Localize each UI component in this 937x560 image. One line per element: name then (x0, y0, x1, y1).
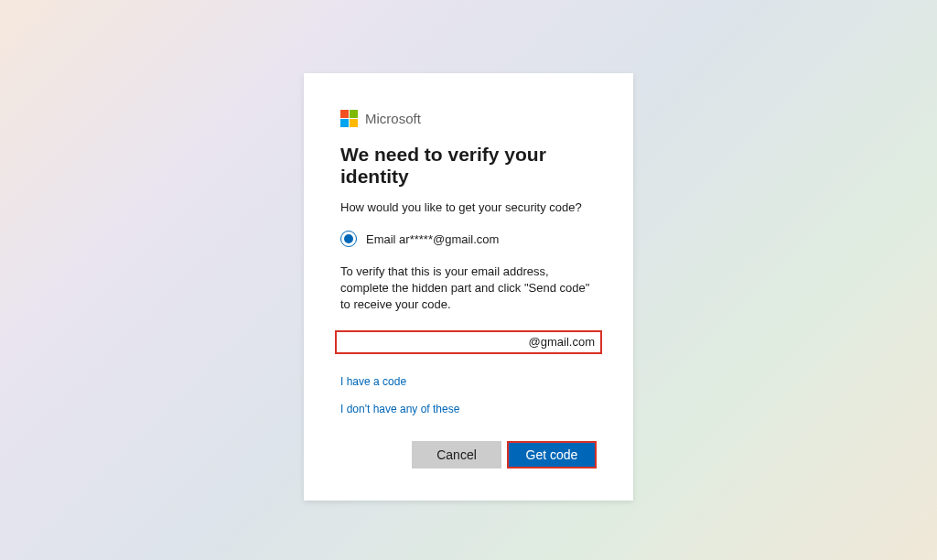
get-code-button[interactable]: Get code (507, 441, 597, 468)
prompt-text: How would you like to get your security … (340, 200, 597, 214)
email-suffix: @gmail.com (529, 335, 600, 349)
email-prefix-input[interactable] (337, 332, 529, 352)
instructions-text: To verify that this is your email addres… (340, 264, 597, 314)
button-row: Cancel Get code (340, 441, 597, 468)
verify-identity-dialog: Microsoft We need to verify your identit… (304, 73, 633, 501)
email-input-wrapper: @gmail.com (335, 330, 602, 354)
page-title: We need to verify your identity (340, 144, 597, 188)
brand-row: Microsoft (340, 110, 597, 127)
cancel-button[interactable]: Cancel (412, 441, 501, 468)
radio-selected-icon (340, 231, 357, 247)
have-code-link[interactable]: I have a code (340, 375, 597, 388)
microsoft-logo-icon (340, 110, 358, 127)
no-options-link[interactable]: I don't have any of these (340, 403, 597, 415)
brand-name: Microsoft (365, 111, 421, 126)
email-radio-option[interactable]: Email ar*****@gmail.com (340, 231, 597, 247)
radio-label: Email ar*****@gmail.com (366, 232, 499, 246)
